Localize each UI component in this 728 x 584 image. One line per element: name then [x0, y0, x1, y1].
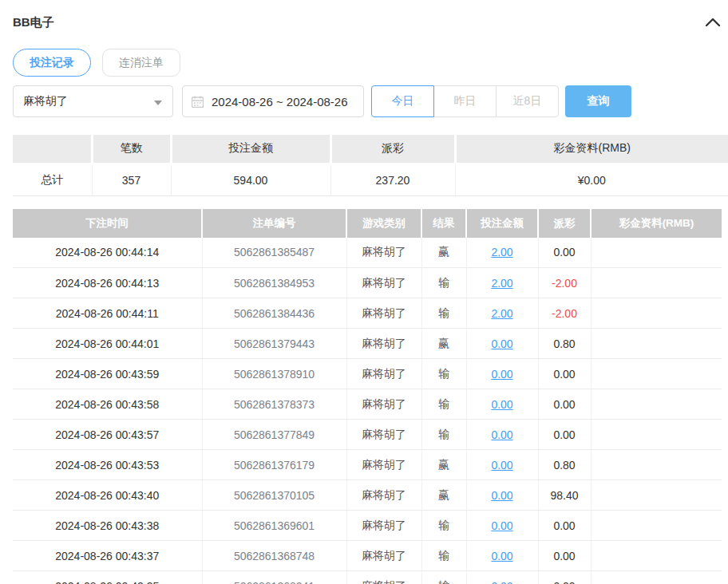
bonus-cell: [591, 541, 722, 571]
col-game-type: 游戏类别: [346, 209, 421, 238]
table-row: 2024-08-26 00:43:35 5062861368241 麻将胡了 输…: [13, 571, 722, 584]
bet-id-cell: 5062861377849: [202, 420, 346, 450]
bet-amount-cell: 0.00: [466, 420, 538, 450]
game-type-cell: 麻将胡了: [346, 298, 421, 329]
bonus-cell: [591, 268, 722, 298]
bet-amount-link[interactable]: 0.00: [491, 337, 512, 350]
bet-time-cell: 2024-08-26 00:43:38: [13, 511, 202, 541]
tab-cascaded-bets[interactable]: 连消注单: [102, 49, 180, 77]
game-type-cell: 麻将胡了: [346, 571, 421, 584]
table-row: 2024-08-26 00:43:40 5062861370105 麻将胡了 赢…: [13, 480, 722, 511]
bet-amount-cell: 0.00: [466, 511, 538, 541]
chevron-up-icon: [705, 16, 721, 30]
quick-date-buttons: 今日 昨日 近8日: [371, 85, 559, 117]
tab-bet-records[interactable]: 投注记录: [13, 49, 91, 77]
query-button[interactable]: 查询: [565, 85, 631, 117]
bonus-cell: [591, 238, 722, 268]
game-type-cell: 麻将胡了: [346, 389, 421, 420]
bet-time-cell: 2024-08-26 00:44:14: [13, 238, 202, 268]
bonus-cell: [591, 511, 722, 541]
game-type-cell: 麻将胡了: [346, 480, 421, 511]
game-type-cell: 麻将胡了: [346, 541, 421, 571]
bonus-cell: [591, 298, 722, 329]
summary-col-blank: [13, 135, 92, 164]
bet-amount-link[interactable]: 0.00: [491, 580, 512, 584]
bet-amount-link[interactable]: 0.00: [491, 519, 512, 532]
col-bet-amount: 投注金额: [466, 209, 538, 238]
bet-id-cell: 5062861369601: [202, 511, 346, 541]
bet-time-cell: 2024-08-26 00:43:40: [13, 480, 202, 511]
bet-amount-cell: 0.00: [466, 480, 538, 511]
bet-id-cell: 5062861384436: [202, 298, 346, 329]
calendar-icon: [192, 96, 204, 110]
bet-amount-cell: 2.00: [466, 298, 538, 329]
bet-time-cell: 2024-08-26 00:43:57: [13, 420, 202, 450]
bet-id-cell: 5062861378373: [202, 389, 346, 420]
table-row: 2024-08-26 00:44:11 5062861384436 麻将胡了 输…: [13, 298, 722, 329]
table-row: 2024-08-26 00:43:58 5062861378373 麻将胡了 输…: [13, 389, 722, 420]
bet-id-cell: 5062861379443: [202, 329, 346, 359]
bet-time-cell: 2024-08-26 00:43:37: [13, 541, 202, 571]
bet-amount-link[interactable]: 0.00: [491, 550, 512, 562]
payout-cell: 0.00: [538, 389, 591, 420]
col-bet-time: 下注时间: [13, 209, 202, 238]
betting-records-panel: BB电子 投注记录 连消注单 麻将胡了 2024-08-26 ~ 2024-08…: [0, 0, 728, 584]
bet-amount-link[interactable]: 2.00: [491, 277, 512, 290]
bet-amount-link[interactable]: 0.00: [491, 428, 512, 441]
summary-table: 笔数 投注金额 派彩 彩金资料(RMB) 总计 357 594.00 237.2…: [13, 135, 728, 196]
bet-records-table: 下注时间 注单编号 游戏类别 结果 投注金额 派彩 彩金资料(RMB) 2024…: [13, 209, 722, 584]
result-cell: 输: [421, 298, 466, 329]
col-bet-id: 注单编号: [202, 209, 346, 238]
payout-cell: 0.00: [538, 420, 591, 450]
bet-time-cell: 2024-08-26 00:43:35: [13, 571, 202, 584]
result-cell: 输: [421, 420, 466, 450]
today-button[interactable]: 今日: [371, 85, 434, 117]
record-type-tabs: 投注记录 连消注单: [13, 49, 728, 77]
yesterday-button[interactable]: 昨日: [433, 85, 497, 117]
result-cell: 输: [421, 541, 466, 571]
bet-amount-link[interactable]: 2.00: [491, 246, 512, 258]
bet-time-cell: 2024-08-26 00:44:01: [13, 329, 202, 359]
table-row: 2024-08-26 00:43:37 5062861368748 麻将胡了 输…: [13, 541, 722, 571]
result-cell: 输: [421, 389, 466, 420]
bonus-cell: [591, 420, 722, 450]
game-type-cell: 麻将胡了: [346, 238, 421, 268]
table-row: 2024-08-26 00:44:13 5062861384953 麻将胡了 输…: [13, 268, 722, 298]
bet-amount-link[interactable]: 0.00: [491, 459, 512, 472]
payout-cell: 0.00: [538, 571, 591, 584]
bonus-cell: [591, 571, 722, 584]
result-cell: 赢: [421, 450, 466, 480]
game-select[interactable]: 麻将胡了: [13, 85, 173, 117]
bet-amount-link[interactable]: 0.00: [491, 368, 512, 381]
table-row: 2024-08-26 00:43:38 5062861369601 麻将胡了 输…: [13, 511, 722, 541]
bonus-cell: [591, 329, 722, 359]
bet-amount-cell: 2.00: [466, 268, 538, 298]
bet-id-cell: 5062861385487: [202, 238, 346, 268]
col-bonus: 彩金资料(RMB): [591, 209, 722, 238]
col-payout: 派彩: [538, 209, 591, 238]
table-row: 2024-08-26 00:43:53 5062861376179 麻将胡了 赢…: [13, 450, 722, 480]
table-row: 2024-08-26 00:44:01 5062861379443 麻将胡了 赢…: [13, 329, 722, 359]
game-type-cell: 麻将胡了: [346, 450, 421, 480]
last-8-days-button[interactable]: 近8日: [496, 85, 559, 117]
bet-amount-link[interactable]: 0.00: [491, 489, 512, 502]
payout-cell: 0.00: [538, 359, 591, 389]
bonus-cell: [591, 480, 722, 511]
table-row: 2024-08-26 00:43:59 5062861378910 麻将胡了 输…: [13, 359, 722, 389]
collapse-panel-button[interactable]: [704, 14, 722, 32]
payout-cell: -2.00: [538, 268, 591, 298]
date-range-input[interactable]: 2024-08-26 ~ 2024-08-26: [182, 85, 364, 117]
result-cell: 赢: [421, 238, 466, 268]
result-cell: 赢: [421, 329, 466, 359]
summary-total-row: 总计 357 594.00 237.20 ¥0.00: [13, 164, 728, 195]
payout-cell: 0.00: [538, 511, 591, 541]
payout-cell: -2.00: [538, 298, 591, 329]
page-title: BB电子: [13, 15, 54, 30]
bonus-cell: [591, 389, 722, 420]
game-type-cell: 麻将胡了: [346, 511, 421, 541]
bet-time-cell: 2024-08-26 00:44:11: [13, 298, 202, 329]
bet-amount-link[interactable]: 2.00: [491, 307, 512, 320]
col-result: 结果: [421, 209, 466, 238]
bet-amount-link[interactable]: 0.00: [491, 398, 512, 411]
result-cell: 赢: [421, 480, 466, 511]
